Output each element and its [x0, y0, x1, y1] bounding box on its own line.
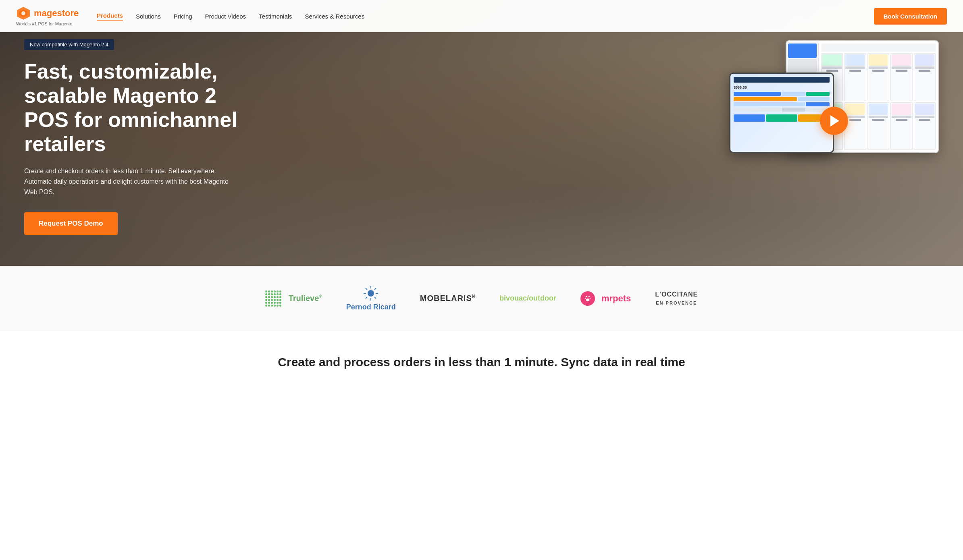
mrpets-logo-text: mrpets	[601, 293, 631, 304]
paw-icon	[584, 295, 592, 303]
nav-pricing[interactable]: Pricing	[174, 13, 192, 20]
svg-line-10	[374, 288, 376, 290]
mobelaris-logo-text: MOBELARISN	[420, 294, 475, 303]
bivouac-logo-text: bivouac/outdoor	[499, 294, 556, 303]
svg-point-14	[585, 297, 586, 299]
svg-point-12	[586, 296, 587, 297]
nav-testimonials[interactable]: Testimonials	[259, 13, 292, 20]
client-loccitane: L'OCCITANEEN PROVENCE	[655, 290, 698, 306]
client-pernod-ricard: Pernod Ricard	[346, 285, 396, 311]
svg-point-3	[368, 290, 374, 297]
compatibility-badge: Now compatible with Magento 2.4	[24, 39, 114, 50]
loccitane-logo-text: L'OCCITANEEN PROVENCE	[655, 290, 698, 306]
client-mobelaris: MOBELARISN	[420, 294, 475, 303]
mrpets-circle-icon	[580, 291, 595, 306]
bottom-section: Create and process orders in less than 1…	[0, 331, 963, 393]
client-bivouac: bivouac/outdoor	[499, 294, 556, 303]
logo-tagline: World's #1 POS for Magento	[16, 21, 72, 26]
mobelaris-superscript: N	[472, 294, 475, 299]
svg-line-9	[374, 297, 376, 299]
magestore-logo-icon	[16, 6, 31, 21]
logo-area: magestore World's #1 POS for Magento	[16, 6, 81, 26]
trulieve-dot-grid-icon	[265, 290, 281, 307]
nav-products[interactable]: Products	[97, 12, 123, 21]
nav-product-videos[interactable]: Product Videos	[205, 13, 246, 20]
tablet-screenshot: $586.85	[729, 73, 834, 153]
svg-point-13	[589, 296, 590, 297]
nav-services[interactable]: Services & Resources	[305, 13, 365, 20]
svg-line-8	[366, 288, 367, 290]
svg-point-16	[586, 299, 589, 301]
play-icon	[830, 115, 839, 127]
client-mrpets: mrpets	[580, 291, 631, 306]
nav-solutions[interactable]: Solutions	[136, 13, 161, 20]
client-trulieve: Trulieve®	[265, 290, 322, 307]
hero-title: Fast, customizable, scalable Magento 2 P…	[24, 60, 258, 156]
hero-section: Now compatible with Magento 2.4 Fast, cu…	[0, 0, 963, 266]
svg-point-15	[590, 297, 591, 299]
clients-section: Trulieve® Pernod Ricard MOBELAR	[0, 266, 963, 331]
pernod-ricard-logo-text: Pernod Ricard	[346, 303, 396, 311]
trulieve-logo-text: Trulieve®	[289, 294, 322, 303]
svg-line-11	[366, 297, 367, 299]
request-demo-button[interactable]: Request POS Demo	[24, 212, 118, 235]
bottom-tagline: Create and process orders in less than 1…	[24, 355, 939, 369]
hero-content: Now compatible with Magento 2.4 Fast, cu…	[0, 7, 282, 259]
pernod-ricard-sun-icon	[363, 285, 379, 301]
hero-screenshots: $586.85	[729, 40, 939, 201]
svg-point-2	[21, 11, 25, 15]
navbar: magestore World's #1 POS for Magento Pro…	[0, 0, 963, 32]
play-video-button[interactable]	[820, 107, 848, 135]
hero-description: Create and checkout orders in less than …	[24, 166, 234, 198]
nav-links: Products Solutions Pricing Product Video…	[97, 12, 874, 21]
book-consultation-button[interactable]: Book Consultation	[874, 8, 947, 25]
logo-text: magestore	[34, 8, 79, 19]
